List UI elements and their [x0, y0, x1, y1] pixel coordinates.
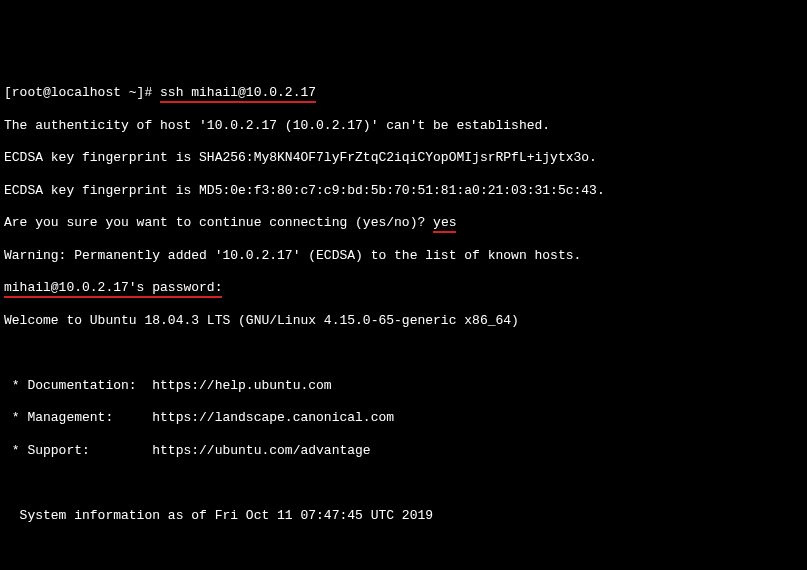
terminal-line: Are you sure you want to continue connec… [4, 215, 803, 231]
terminal-line: * Support: https://ubuntu.com/advantage [4, 443, 803, 459]
terminal-line: Warning: Permanently added '10.0.2.17' (… [4, 248, 803, 264]
terminal-output[interactable]: [root@localhost ~]# ssh mihail@10.0.2.17… [4, 69, 803, 570]
shell-prompt: [root@localhost ~]# [4, 85, 152, 100]
continue-question: Are you sure you want to continue connec… [4, 215, 433, 230]
terminal-line: [root@localhost ~]# ssh mihail@10.0.2.17 [4, 85, 803, 101]
ssh-command: ssh mihail@10.0.2.17 [160, 85, 316, 101]
terminal-line: ECDSA key fingerprint is SHA256:My8KN4OF… [4, 150, 803, 166]
terminal-line: * Documentation: https://help.ubuntu.com [4, 378, 803, 394]
continue-answer: yes [433, 215, 456, 231]
terminal-line: ECDSA key fingerprint is MD5:0e:f3:80:c7… [4, 183, 803, 199]
terminal-line: Welcome to Ubuntu 18.04.3 LTS (GNU/Linux… [4, 313, 803, 329]
terminal-line [4, 345, 803, 361]
terminal-line: The authenticity of host '10.0.2.17 (10.… [4, 118, 803, 134]
terminal-line [4, 475, 803, 491]
terminal-line [4, 540, 803, 556]
password-prompt: mihail@10.0.2.17's password: [4, 280, 222, 296]
terminal-line: System information as of Fri Oct 11 07:4… [4, 508, 803, 524]
terminal-line: mihail@10.0.2.17's password: [4, 280, 803, 296]
terminal-line: * Management: https://landscape.canonica… [4, 410, 803, 426]
